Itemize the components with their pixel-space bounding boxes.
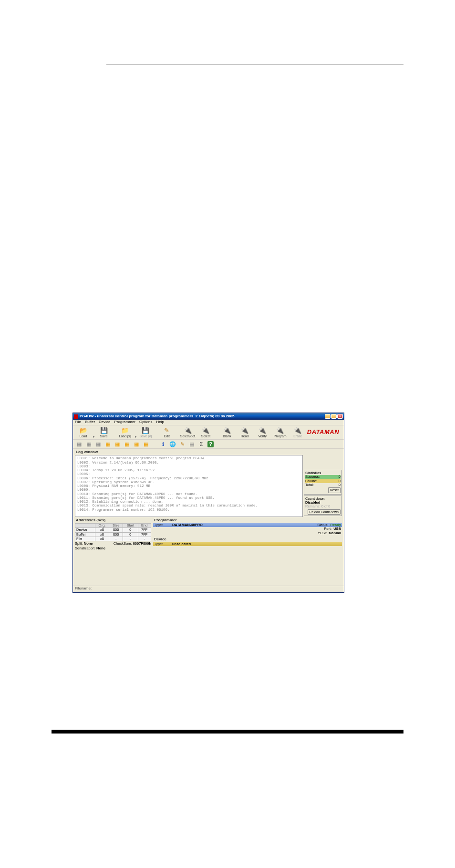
addresses-panel: Addresses (hex) Org.SizeStartEndDevicex8… bbox=[75, 518, 151, 551]
minimize-button[interactable]: _ bbox=[325, 414, 331, 419]
prog-yes-value: Manual bbox=[329, 531, 341, 535]
doc-icon-7[interactable]: ▦ bbox=[133, 441, 140, 447]
menu-options[interactable]: Options bbox=[139, 420, 153, 424]
menu-device[interactable]: Device bbox=[99, 420, 110, 424]
help-icon[interactable]: ? bbox=[207, 441, 214, 447]
select-button[interactable]: 🔌Select bbox=[197, 426, 214, 439]
filename-label: Filename: bbox=[75, 586, 92, 590]
device-type-label: Type: bbox=[154, 542, 172, 546]
statusbar: Filename: bbox=[73, 586, 344, 592]
menu-buffer[interactable]: Buffer bbox=[85, 420, 95, 424]
select-def-button[interactable]: 🔌Select/def. bbox=[180, 426, 196, 439]
app-icon bbox=[74, 414, 78, 419]
doc-icon-1[interactable]: ▦ bbox=[76, 441, 83, 447]
calc-icon[interactable]: ▤ bbox=[188, 441, 195, 447]
program-button[interactable]: 🔌Program bbox=[272, 426, 289, 439]
brand-logo: DATAMAN bbox=[307, 429, 342, 435]
device-type-value: unselected bbox=[172, 542, 191, 546]
menu-file[interactable]: File bbox=[75, 420, 81, 424]
titlebar[interactable]: PG4UW - universal control program for Da… bbox=[73, 413, 344, 420]
app-window: PG4UW - universal control program for Da… bbox=[72, 413, 344, 593]
log-window-title: Log window bbox=[75, 450, 342, 455]
secondary-toolbar: ▦ ▦ ▦ ▦ ▦ ▦ ▦ ▦ ℹ 🌐 ✎ ▤ Σ ? bbox=[73, 440, 344, 449]
load-button[interactable]: 📂Load bbox=[75, 426, 92, 439]
blank-button[interactable]: 🔌Blank bbox=[219, 426, 236, 439]
doc-icon-8[interactable]: ▦ bbox=[143, 441, 149, 447]
log-textarea[interactable]: L0001: Welcome to Dataman programmers co… bbox=[75, 455, 303, 517]
edit-button[interactable]: ✎Edit bbox=[158, 426, 175, 439]
split-label: Split: bbox=[75, 541, 83, 546]
prog-type-value: DATAMAN-48PRO bbox=[172, 523, 203, 527]
menu-help[interactable]: Help bbox=[156, 420, 164, 424]
remains-text: Remains: 0 of 0 bbox=[305, 505, 341, 508]
save-button[interactable]: 💾Save bbox=[95, 426, 112, 439]
read-button[interactable]: 🔌Read bbox=[237, 426, 253, 439]
verify-button[interactable]: 🔌Verify bbox=[254, 426, 271, 439]
reset-button[interactable]: Reset bbox=[328, 487, 341, 493]
globe-icon[interactable]: 🌐 bbox=[169, 441, 176, 447]
save-prj-button[interactable]: 💾Save prj bbox=[137, 426, 154, 439]
doc-icon-5[interactable]: ▦ bbox=[114, 441, 121, 447]
checksum-label: CheckSum: bbox=[114, 541, 132, 546]
prog-type-label: Type: bbox=[154, 523, 172, 527]
load-dropdown[interactable]: ▾ bbox=[93, 435, 94, 439]
close-button[interactable]: × bbox=[337, 414, 343, 419]
prog-yes-label: YES!: bbox=[318, 531, 327, 535]
statistics-panel: Statistics Success:0 Failure:0 Total:0 R… bbox=[304, 470, 342, 495]
load-prj-dropdown[interactable]: ▾ bbox=[135, 435, 136, 439]
checksum-value: 0007F800h bbox=[133, 541, 151, 546]
doc-icon-3[interactable]: ▦ bbox=[95, 441, 102, 447]
sum-icon[interactable]: Σ bbox=[198, 441, 205, 447]
serialization-value: None bbox=[96, 546, 105, 550]
note-icon[interactable]: ✎ bbox=[179, 441, 186, 447]
countdown-panel: Count down: Disabled Remains: 0 of 0 Rel… bbox=[304, 496, 342, 516]
total-value: 0 bbox=[339, 483, 341, 487]
split-value: None bbox=[84, 541, 93, 546]
menu-programmer[interactable]: Programmer bbox=[114, 420, 135, 424]
doc-icon-4[interactable]: ▦ bbox=[104, 441, 111, 447]
reload-countdown-button[interactable]: Reload Count down bbox=[308, 509, 341, 515]
info-icon[interactable]: ℹ bbox=[160, 441, 166, 447]
menubar: File Buffer Device Programmer Options He… bbox=[73, 420, 344, 425]
window-title: PG4UW - universal control program for Da… bbox=[80, 414, 325, 419]
total-label: Total: bbox=[305, 483, 314, 487]
doc-icon-2[interactable]: ▦ bbox=[85, 441, 92, 447]
erase-button[interactable]: 🔌Erase bbox=[290, 426, 306, 439]
main-toolbar: 📂Load ▾ 💾Save 📁Load prj ▾ 💾Save prj ✎Edi… bbox=[73, 425, 344, 440]
load-prj-button[interactable]: 📁Load prj bbox=[117, 426, 134, 439]
maximize-button[interactable]: □ bbox=[331, 414, 337, 419]
programmer-panel: Programmer Type: DATAMAN-48PRO Status: R… bbox=[153, 518, 342, 551]
serialization-label: Serialization: bbox=[75, 546, 95, 550]
addresses-table: Org.SizeStartEndDevicex880007FFBufferx88… bbox=[75, 523, 151, 541]
addresses-title: Addresses (hex) bbox=[75, 518, 151, 523]
doc-icon-6[interactable]: ▦ bbox=[124, 441, 130, 447]
device-title: Device bbox=[153, 537, 342, 542]
